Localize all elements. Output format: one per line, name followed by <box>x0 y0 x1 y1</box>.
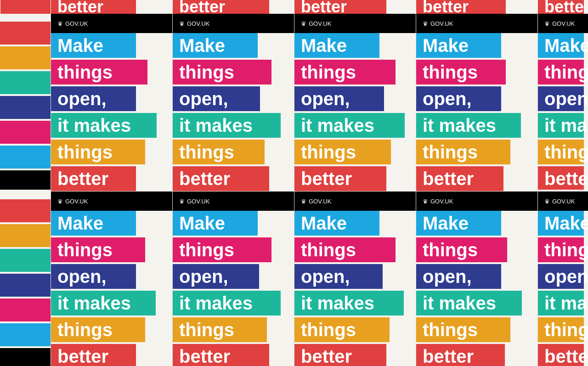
card-1-better: better <box>51 166 136 191</box>
r2-card-5-itmakes: it mak <box>538 291 584 315</box>
top-better-row: better better better better bette <box>0 0 588 14</box>
crown-r2-3: ♛ <box>301 198 306 205</box>
card-5-itmakes: it mak <box>538 113 584 138</box>
card-4-itmakes: it makes <box>416 113 521 138</box>
strip-open-1 <box>0 96 51 119</box>
govuk-label-4: GOV.UK <box>430 20 453 27</box>
top-better-text-1: better <box>51 0 136 14</box>
left-strip-2 <box>0 191 51 366</box>
r2-card-2-make: Make <box>173 211 258 236</box>
top-better-text-2: better <box>173 0 269 14</box>
top-better-text-3: better <box>294 0 386 14</box>
crown-r2-1: ♛ <box>57 198 63 205</box>
r2-card-4-better: better <box>416 344 505 366</box>
card-1-things1: things <box>51 60 147 84</box>
card-1-things2: things <box>51 140 145 164</box>
card-1-itmakes: it makes <box>51 113 157 138</box>
r2-card-1-itmakes: it makes <box>51 291 156 315</box>
r2-card-2-things2: things <box>173 317 267 342</box>
r2-card-5-better: bette <box>538 344 584 366</box>
strip-make-2 <box>0 323 51 346</box>
card-3-things2: things <box>294 140 391 164</box>
top-better-2: better <box>172 0 294 14</box>
r2-card-4-open: open, <box>416 264 501 289</box>
card-r2-1-header: ♛ GOV.UK <box>51 191 172 211</box>
card-2-row-2: ♛ GOV.UK Make things open, it makes thin… <box>172 191 294 366</box>
card-2-open: open, <box>173 86 260 111</box>
card-5-make: Make <box>538 33 584 58</box>
card-5-row-2-partial: ♛ GOV.UK Make things open, it mak things… <box>537 191 588 366</box>
strip-better-2 <box>0 199 51 222</box>
card-r2-2-header: ♛ GOV.UK <box>173 191 294 211</box>
card-3-make: Make <box>294 33 379 58</box>
strip-open-2 <box>0 274 51 297</box>
top-better-text-4: better <box>416 0 506 14</box>
strip-things2-1 <box>0 121 51 144</box>
card-4-row-2: ♛ GOV.UK Make things open, it makes thin… <box>416 191 537 366</box>
crown-icon-4: ♛ <box>423 20 428 27</box>
card-2-make: Make <box>173 33 258 58</box>
card-1-open: open, <box>51 86 136 111</box>
cards-row-2: ♛ GOV.UK Make things open, it makes thin… <box>0 191 588 366</box>
card-2-better: better <box>173 166 269 191</box>
govuk-label-5: GOV.UK <box>552 20 575 27</box>
crown-icon-3: ♛ <box>301 20 306 27</box>
card-2-things2: things <box>173 140 265 164</box>
card-4-open: open, <box>416 86 501 111</box>
card-5-better: bette <box>538 166 584 190</box>
card-3-better: better <box>294 166 386 191</box>
card-5-things1: things <box>538 60 584 84</box>
card-4-things1: things <box>416 60 506 84</box>
govuk-r2-2: GOV.UK <box>187 198 209 205</box>
card-3-things1: things <box>294 60 396 84</box>
card-5-open: open, <box>538 86 584 111</box>
card-5-row-1-partial: ♛ GOV.UK Make things open, it mak things… <box>537 14 588 190</box>
strip-make-1 <box>0 146 51 169</box>
strip-better-1 <box>0 22 51 45</box>
govuk-r2-1: GOV.UK <box>65 198 88 205</box>
crown-r2-4: ♛ <box>423 198 428 205</box>
crown-icon-1: ♛ <box>57 20 63 27</box>
r2-card-4-itmakes: it makes <box>416 291 522 315</box>
top-better-partial-0 <box>0 0 51 14</box>
r2-card-3-itmakes: it makes <box>294 291 404 315</box>
card-4-make: Make <box>416 33 501 58</box>
r2-card-1-things1: things <box>51 237 145 262</box>
r2-card-1-better: better <box>51 344 136 366</box>
card-5-things2: things <box>538 140 584 164</box>
r2-card-2-open: open, <box>173 264 259 289</box>
govuk-r2-4: GOV.UK <box>430 198 453 205</box>
page-wrapper: better better better better bette <box>0 0 588 366</box>
card-r2-4-header: ♛ GOV.UK <box>416 191 537 211</box>
card-1-header: ♛ GOV.UK <box>51 14 172 33</box>
strip-itmakes-2 <box>0 249 51 272</box>
card-3-row-1: ♛ GOV.UK Make things open, it makes thin… <box>294 14 416 190</box>
card-4-better: better <box>416 166 503 191</box>
top-better-5: bette <box>537 0 588 14</box>
govuk-label-2: GOV.UK <box>187 20 209 27</box>
govuk-label-1: GOV.UK <box>65 20 88 27</box>
card-1-make: Make <box>51 33 136 58</box>
card-4-header: ♛ GOV.UK <box>416 14 537 33</box>
r2-card-4-things2: things <box>416 317 510 342</box>
crown-r2-5: ♛ <box>544 198 550 205</box>
r2-card-3-things1: things <box>294 237 396 262</box>
r2-card-2-better: better <box>173 344 269 366</box>
card-1-row-2: ♛ GOV.UK Make things open, it makes thin… <box>51 191 172 366</box>
card-4-things2: things <box>416 140 510 164</box>
card-2-row-1: ♛ GOV.UK Make things open, it makes thin… <box>172 14 294 190</box>
r2-card-1-make: Make <box>51 211 136 236</box>
left-strip-1 <box>0 14 51 190</box>
top-better-text-5: bette <box>538 0 584 14</box>
cards-row-1: ♛ GOV.UK Make things open, it makes thin… <box>0 14 588 190</box>
card-2-header: ♛ GOV.UK <box>173 14 294 33</box>
r2-card-5-things2: things <box>538 317 584 342</box>
r2-card-5-make: Make <box>538 211 584 236</box>
crown-icon-2: ♛ <box>179 20 185 27</box>
r2-card-2-itmakes: it makes <box>173 291 281 315</box>
r2-card-5-things1: things <box>538 237 584 262</box>
strip-things-2 <box>0 224 51 247</box>
card-3-itmakes: it makes <box>294 113 405 138</box>
card-2-itmakes: it makes <box>173 113 281 138</box>
strip-header-2 <box>0 348 51 366</box>
